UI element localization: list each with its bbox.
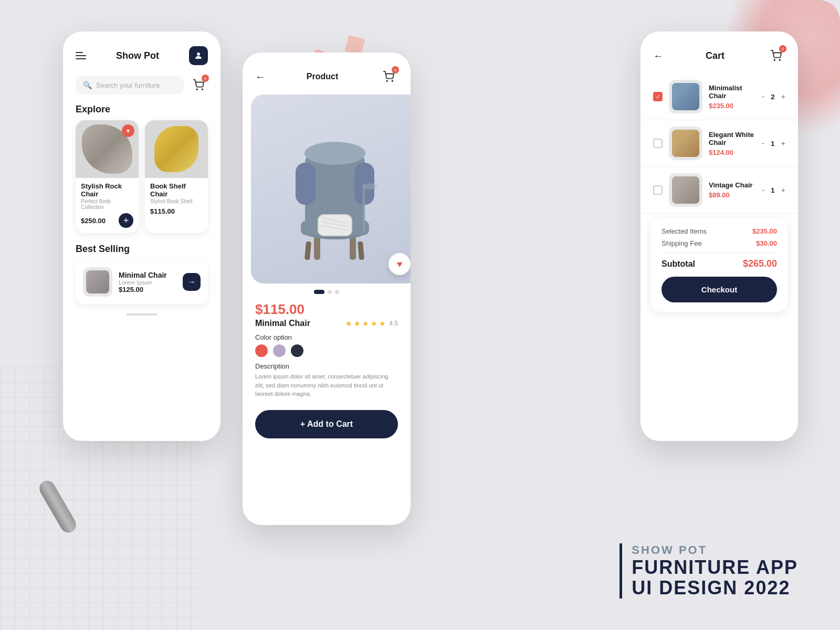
product-image-container: ♥ [251, 94, 411, 284]
svg-point-23 [779, 59, 780, 60]
explore-name-1: Stylish Rock Chair [81, 182, 133, 198]
explore-price-2: $115.00 [150, 207, 175, 215]
subtotal-row: Subtotal $265.00 [662, 258, 777, 269]
explore-name-2: Book Shelf Chair [150, 182, 203, 198]
shipping-fee-value: $30.00 [756, 239, 777, 247]
color-lilac[interactable] [273, 344, 286, 357]
add-to-cart-circle-1[interactable]: + [119, 213, 133, 228]
checkout-label: Checkout [701, 285, 737, 294]
phone3-header: ← Cart 0 [640, 32, 798, 74]
branding-line1: SHOW POT [632, 543, 798, 557]
search-bar[interactable]: 🔍 Search your furniture [76, 76, 184, 94]
best-selling-item-1[interactable]: Minimal Chair Lorem Ipsum $125.00 → [76, 260, 208, 304]
add-to-cart-label: + Add to Cart [300, 419, 353, 429]
svg-point-22 [774, 59, 775, 60]
star-1: ★ [345, 319, 352, 328]
favorite-button[interactable]: ♥ [388, 253, 411, 275]
explore-card-1[interactable]: ♥ Stylish Rock Chair Perfect Body Collec… [76, 120, 139, 233]
vintage-chair-img [672, 176, 699, 204]
qty-minus-2[interactable]: - [762, 139, 764, 148]
shipping-fee-label: Shipping Fee [662, 239, 702, 247]
qty-plus-1[interactable]: + [781, 92, 785, 101]
cart-item-name-1: Minimalist Chair [709, 84, 755, 100]
cart-checkbox-3[interactable] [653, 185, 663, 195]
svg-point-3 [386, 80, 387, 81]
hamburger-line [76, 55, 86, 56]
svg-point-14 [304, 142, 365, 165]
product-price: $115.00 [255, 301, 398, 318]
explore-card-2[interactable]: Book Shelf Chair Stylish Book Shelf $115… [145, 120, 208, 233]
hamburger-icon[interactable] [76, 52, 86, 59]
qty-num-2: 1 [769, 140, 777, 148]
selected-items-row: Selected Items $235.00 [662, 227, 777, 235]
qty-minus-3[interactable]: - [762, 186, 764, 194]
cart-img-1 [669, 80, 702, 113]
selected-items-value: $235.00 [752, 227, 777, 235]
cart-img-2 [669, 127, 702, 160]
cart-info-2: Elegant White Chair $124.00 [709, 131, 755, 156]
cart-summary: Selected Items $235.00 Shipping Fee $30.… [651, 218, 788, 312]
dot-1 [314, 290, 324, 294]
qty-minus-1[interactable]: - [762, 92, 764, 101]
cart-icon-button[interactable]: 0 [189, 76, 208, 94]
phone-home: Show Pot 🔍 Search your furniture 0 Explo… [63, 32, 220, 441]
elegant-chair-img [672, 130, 699, 157]
minimalist-chair-img [672, 83, 699, 110]
bottom-bar [126, 313, 158, 316]
description-text: Lorem ipsum dolor sit amet, consectetuer… [255, 372, 398, 398]
qty-control-2: - 1 + [762, 139, 785, 148]
arrow-button-1[interactable]: → [183, 273, 201, 291]
explore-price-row-1: $250.00 + [81, 213, 133, 228]
product-name: Minimal Chair [255, 319, 310, 328]
cart-item-price-3: $89.00 [709, 191, 755, 199]
svg-rect-12 [296, 163, 316, 205]
best-price-1: $125.00 [119, 286, 176, 293]
best-selling-label: Best Selling [63, 239, 220, 260]
cart-back-arrow[interactable]: ← [653, 50, 664, 62]
product-info: $115.00 Minimal Chair ★ ★ ★ ★ ★ 4.5 Colo… [243, 297, 411, 403]
cart-checkbox-2[interactable] [653, 139, 663, 148]
qty-num-1: 2 [769, 93, 777, 101]
qty-plus-3[interactable]: + [781, 186, 785, 194]
svg-rect-8 [358, 242, 364, 260]
product-cart-button[interactable]: 0 [379, 67, 398, 86]
cart-checkbox-1[interactable]: ✓ [653, 92, 663, 101]
cart-item-1: ✓ Minimalist Chair $235.00 - 2 + [640, 74, 798, 120]
dot-2 [328, 290, 332, 294]
cart-header-icon[interactable]: 0 [766, 46, 785, 65]
svg-rect-5 [314, 236, 320, 260]
qty-plus-2[interactable]: + [781, 139, 785, 148]
shipping-fee-row: Shipping Fee $30.00 [662, 239, 777, 247]
subtotal-label: Subtotal [662, 259, 695, 269]
explore-info-1: Stylish Rock Chair Perfect Body Collecti… [76, 178, 139, 233]
svg-point-1 [196, 89, 197, 90]
svg-rect-6 [350, 236, 356, 260]
cart-badge-product: 0 [392, 66, 399, 74]
chair-minimal-image [86, 270, 109, 293]
color-dark[interactable] [291, 344, 303, 357]
app-title: Show Pot [86, 50, 189, 61]
search-icon: 🔍 [83, 81, 92, 89]
branding-line3: UI DESIGN 2022 [632, 578, 798, 598]
dot-3 [335, 290, 339, 294]
branding-line2: FURNITURE APP [632, 557, 798, 578]
add-to-cart-button[interactable]: + Add to Cart [255, 410, 398, 438]
color-red[interactable] [255, 344, 268, 357]
explore-price-1: $250.00 [81, 217, 106, 225]
color-option-label: Color option [255, 333, 398, 341]
avatar-button[interactable] [189, 46, 208, 65]
best-info-1: Minimal Chair Lorem Ipsum $125.00 [119, 271, 176, 293]
back-arrow-button[interactable]: ← [255, 71, 266, 83]
product-name-row: Minimal Chair ★ ★ ★ ★ ★ 4.5 [255, 319, 398, 328]
svg-point-2 [202, 89, 203, 90]
best-sub-1: Lorem Ipsum [119, 279, 176, 286]
cart-item-name-3: Vintage Chair [709, 181, 755, 189]
product-title: Product [307, 72, 338, 81]
hamburger-line [76, 58, 86, 59]
explore-info-2: Book Shelf Chair Stylish Book Shelf $115… [145, 178, 208, 220]
checkout-button[interactable]: Checkout [662, 277, 777, 302]
phone-cart: ← Cart 0 ✓ Minimalist Chair $235.00 - 2 … [640, 32, 798, 441]
explore-sub-1: Perfect Body Collection [81, 198, 133, 210]
cart-item-price-2: $124.00 [709, 149, 755, 156]
phone1-header: Show Pot [63, 32, 220, 70]
